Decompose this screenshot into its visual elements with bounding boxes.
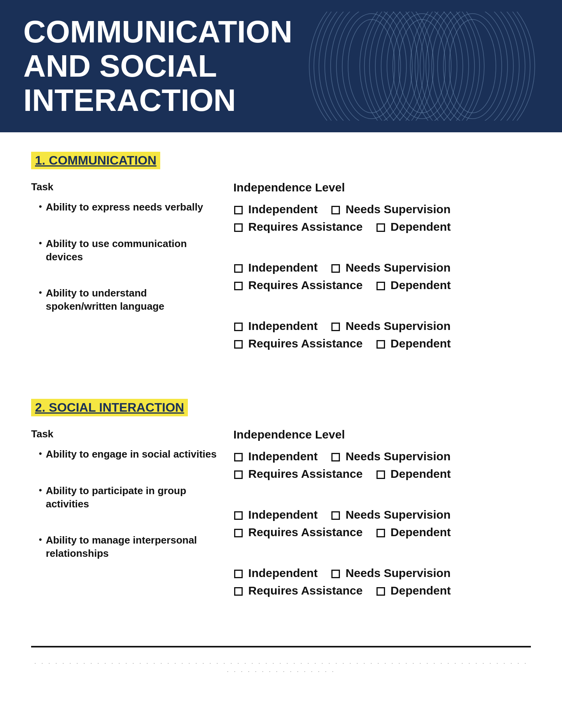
checkbox-needs-supervision[interactable] [331,570,340,578]
label-needs-supervision: Needs Supervision [345,450,450,463]
section-social-interaction: 2. SOCIAL INTERACTION Task • Ability to … [31,399,531,623]
svg-point-16 [449,19,496,113]
label-requires-assistance: Requires Assistance [248,220,362,233]
independence-row: Independent Needs Supervision [233,564,531,582]
task-item: • Ability to express needs verbally [31,201,218,214]
checkbox-independent[interactable] [234,453,243,461]
svg-point-11 [381,12,463,121]
label-requires-assistance: Requires Assistance [248,337,362,350]
independence-header: Independence Level [233,181,531,194]
label-dependent: Dependent [390,279,451,291]
label-dependent: Dependent [390,220,451,233]
checkbox-needs-supervision[interactable] [331,453,340,461]
label-independent: Independent [248,261,317,274]
bullet-icon: • [39,288,42,298]
checkbox-independent[interactable] [234,323,243,331]
independence-row: Requires Assistance Dependent [233,276,531,294]
independence-row: Requires Assistance Dependent [233,582,531,599]
checkbox-dependent[interactable] [376,470,385,479]
task-text: Ability to participate in group activiti… [46,484,218,511]
label-needs-supervision: Needs Supervision [345,567,450,579]
checkbox-dependent[interactable] [376,529,385,537]
page-divider [31,646,531,647]
bullet-icon: • [39,485,42,495]
independence-row: Independent Needs Supervision [233,259,531,276]
checkbox-requires-assistance[interactable] [234,223,243,232]
independence-item: Independent Needs Supervision Requires A… [233,447,531,482]
section1-task-header: Task [31,181,218,193]
checkbox-dependent[interactable] [376,587,385,596]
checkbox-dependent[interactable] [376,282,385,290]
independence-row: Independent Needs Supervision [233,447,531,465]
label-independent: Independent [248,203,317,216]
checkbox-requires-assistance[interactable] [234,470,243,479]
label-requires-assistance: Requires Assistance [248,584,362,597]
checkbox-independent[interactable] [234,511,243,520]
svg-point-0 [348,19,395,113]
page-title: COMMUNICATION AND SOCIAL INTERACTION [23,15,257,118]
task-item: • Ability to understand spoken/written l… [31,287,218,313]
section-communication: 1. COMMUNICATION Task • Ability to expre… [31,152,531,375]
task-item: • Ability to manage interpersonal relati… [31,534,218,560]
label-independent: Independent [248,450,317,463]
svg-point-10 [387,12,457,121]
task-text: Ability to express needs verbally [46,201,203,214]
checkbox-dependent[interactable] [376,223,385,232]
independence-row: Requires Assistance Dependent [233,465,531,482]
bullet-icon: • [39,202,42,212]
section1-grid: Task • Ability to express needs verbally… [31,181,531,375]
svg-point-2 [336,12,406,121]
section2-grid: Task • Ability to engage in social activ… [31,428,531,623]
independence-row: Requires Assistance Dependent [233,335,531,352]
svg-point-19 [432,12,513,121]
svg-point-3 [331,12,412,121]
checkbox-independent[interactable] [234,264,243,273]
task-item: • Ability to engage in social activities [31,448,218,461]
checkbox-needs-supervision[interactable] [331,511,340,520]
label-dependent: Dependent [390,467,451,480]
main-content: 1. COMMUNICATION Task • Ability to expre… [0,132,562,695]
label-needs-supervision: Needs Supervision [345,508,450,521]
svg-point-18 [438,12,508,121]
checkbox-independent[interactable] [234,206,243,214]
section2-task-header: Task [31,428,218,440]
header-decoration [305,12,539,121]
footer-dots: · · · · · · · · · · · · · · · · · · · · … [31,659,531,675]
page-header: COMMUNICATION AND SOCIAL INTERACTION [0,0,562,132]
task-item: • Ability to participate in group activi… [31,484,218,511]
bullet-icon: • [39,535,42,545]
checkbox-requires-assistance[interactable] [234,340,243,349]
label-needs-supervision: Needs Supervision [345,261,450,274]
label-independent: Independent [248,508,317,521]
task-text: Ability to understand spoken/written lan… [46,287,218,313]
section2-task-col: Task • Ability to engage in social activ… [31,428,233,623]
label-requires-assistance: Requires Assistance [248,526,362,539]
label-dependent: Dependent [390,526,451,539]
checkbox-requires-assistance[interactable] [234,587,243,596]
svg-point-14 [364,12,480,121]
checkbox-independent[interactable] [234,570,243,578]
task-item: • Ability to use communication devices [31,237,218,264]
independence-item: Independent Needs Supervision Requires A… [233,200,531,235]
checkbox-needs-supervision[interactable] [331,323,340,331]
checkbox-dependent[interactable] [376,340,385,349]
checkbox-requires-assistance[interactable] [234,282,243,290]
section1-independence-col: Independence Level Independent Needs Sup… [233,181,531,375]
section1-heading: 1. COMMUNICATION [31,152,160,169]
independence-item: Independent Needs Supervision Requires A… [233,564,531,599]
svg-point-6 [314,12,429,121]
task-text: Ability to engage in social activities [46,448,217,461]
svg-point-15 [360,12,484,121]
label-dependent: Dependent [390,337,451,350]
task-text: Ability to manage interpersonal relation… [46,534,218,560]
label-needs-supervision: Needs Supervision [345,319,450,332]
svg-point-8 [399,19,445,113]
independence-item: Independent Needs Supervision Requires A… [233,506,531,541]
independence-row: Requires Assistance Dependent [233,218,531,235]
independence-item: Independent Needs Supervision Requires A… [233,259,531,294]
checkbox-needs-supervision[interactable] [331,206,340,214]
independence-row: Independent Needs Supervision [233,317,531,335]
checkbox-needs-supervision[interactable] [331,264,340,273]
checkbox-requires-assistance[interactable] [234,529,243,537]
label-requires-assistance: Requires Assistance [248,467,362,480]
